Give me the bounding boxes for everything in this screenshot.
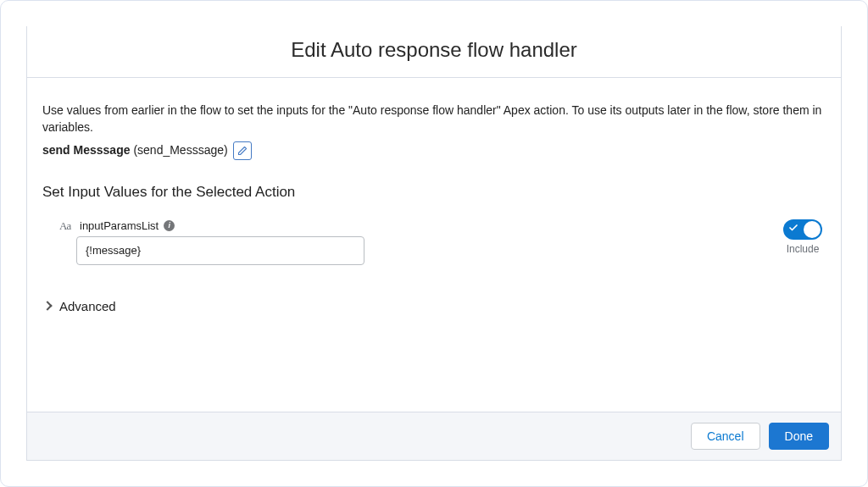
- modal-body: Use values from earlier in the flow to s…: [27, 78, 841, 412]
- intro-text: Use values from earlier in the flow to s…: [42, 102, 826, 136]
- chevron-right-icon: [42, 301, 52, 310]
- input-field-row: Aa inputParamsList i Include: [42, 219, 826, 265]
- input-field: Aa inputParamsList i: [59, 219, 783, 265]
- action-summary: send Messsage (send_Messsage): [42, 141, 826, 160]
- modal-title: Edit Auto response flow handler: [27, 38, 841, 62]
- action-label: send Messsage: [42, 142, 131, 156]
- edit-action-modal: Edit Auto response flow handler Use valu…: [26, 26, 842, 461]
- include-toggle[interactable]: [783, 219, 822, 240]
- check-icon: [788, 223, 798, 235]
- action-api-name: (send_Messsage): [133, 142, 227, 156]
- input-values-heading: Set Input Values for the Selected Action: [42, 184, 826, 201]
- include-label: Include: [787, 243, 820, 255]
- advanced-label: Advanced: [59, 299, 116, 313]
- advanced-section-toggle[interactable]: Advanced: [42, 299, 826, 313]
- text-type-icon: Aa: [59, 219, 75, 233]
- modal-header: Edit Auto response flow handler: [27, 26, 841, 78]
- input-field-label-row: Aa inputParamsList i: [59, 219, 783, 233]
- inputparamslist-input[interactable]: [76, 236, 364, 265]
- include-toggle-column: Include: [783, 219, 826, 255]
- info-icon[interactable]: i: [164, 220, 175, 231]
- edit-action-button[interactable]: [233, 141, 252, 160]
- done-button[interactable]: Done: [769, 423, 829, 450]
- pencil-icon: [237, 146, 248, 156]
- cancel-button[interactable]: Cancel: [691, 423, 760, 450]
- modal-footer: Cancel Done: [27, 412, 841, 460]
- input-field-label: inputParamsList: [80, 219, 159, 232]
